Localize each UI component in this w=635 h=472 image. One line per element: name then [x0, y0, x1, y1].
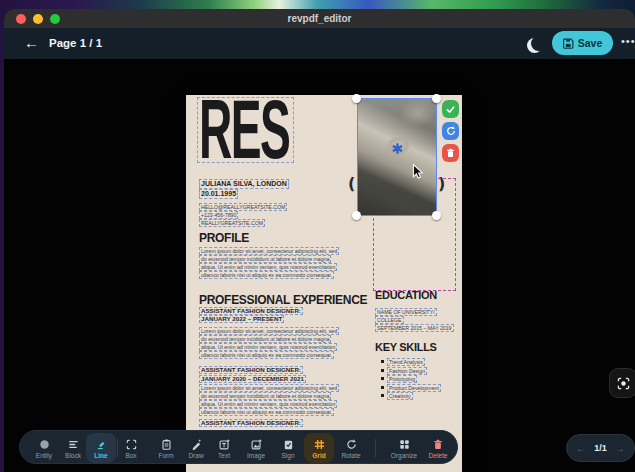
experience-heading: PROFESSIONAL EXPERIENCE: [199, 293, 367, 307]
skill-item[interactable]: Prototyping: [387, 375, 417, 383]
selection-handle-bottom-right[interactable]: [432, 211, 441, 220]
box-select-icon: [126, 438, 137, 451]
grid-icon: [314, 438, 325, 451]
decor-paren-open: (: [348, 174, 355, 193]
app-window: revpdf_editor ← Page 1 / 1 Save ••• RES …: [4, 9, 635, 472]
resume-birthdate[interactable]: 20.01.1995: [199, 189, 238, 199]
selection-handle-top-right[interactable]: [432, 94, 441, 103]
app-header: ← Page 1 / 1 Save •••: [4, 28, 635, 59]
selected-photo[interactable]: [357, 98, 437, 216]
page-title: Page 1 / 1: [49, 37, 102, 49]
experience-role[interactable]: ASSISTANT FASHION DESIGNER:: [199, 366, 303, 374]
skill-item[interactable]: Trend Analysis: [387, 358, 425, 366]
back-arrow-icon[interactable]: ←: [24, 34, 39, 51]
resume-title-block[interactable]: RES: [197, 97, 294, 163]
tool-form[interactable]: Form: [149, 433, 183, 463]
draw-pen-icon: [191, 438, 202, 451]
tool-image[interactable]: Image: [239, 433, 273, 463]
tool-block[interactable]: Block: [56, 433, 90, 463]
page-navigation: ← 1/1 →: [566, 434, 635, 462]
tool-text[interactable]: Text: [207, 433, 241, 463]
experience-line[interactable]: ullamco laboris nisi ut aliquip ex ea co…: [199, 408, 334, 416]
resume-website[interactable]: REALLYGREATSITE.COM: [199, 219, 265, 227]
delete-image-button[interactable]: [442, 144, 459, 162]
profile-heading: PROFILE: [199, 231, 249, 245]
confirm-check-button[interactable]: [442, 100, 459, 118]
traffic-lights: [16, 14, 60, 24]
skill-bullet: [381, 369, 384, 372]
block-lines-icon: [68, 438, 79, 451]
save-button-label: Save: [578, 37, 603, 49]
delete-trash-icon: [433, 438, 443, 451]
experience-line[interactable]: ullamco laboris nisi ut aliquip ex ea co…: [199, 351, 334, 359]
skill-bullet: [381, 394, 384, 397]
education-heading: EDUCATION: [375, 289, 437, 301]
resume-name[interactable]: JULIANA SILVA, LONDON: [199, 179, 289, 189]
zoom-window-button[interactable]: [50, 14, 60, 24]
selection-handle-bottom-left[interactable]: [352, 211, 361, 220]
prev-page-button[interactable]: ←: [576, 443, 586, 454]
tool-sign[interactable]: Sign: [271, 433, 305, 463]
tool-line[interactable]: Line: [86, 433, 116, 463]
experience-dates[interactable]: JANUARY 2022 – PRESENT: [199, 315, 284, 323]
skill-bullet: [381, 360, 384, 363]
selection-handle-top-left[interactable]: [352, 94, 361, 103]
sign-check-icon: [283, 438, 294, 451]
text-insert-icon: [219, 438, 230, 451]
focus-crosshair-icon: [617, 377, 630, 390]
window-title: revpdf_editor: [4, 9, 635, 28]
line-highlight-icon: [96, 438, 107, 451]
skill-bullet: [381, 386, 384, 389]
rotate-image-button[interactable]: [442, 122, 459, 140]
save-button[interactable]: Save: [552, 31, 613, 55]
experience-dates[interactable]: JANUARY 2020 – DECEMBER 2021: [199, 375, 306, 383]
editor-canvas[interactable]: RES JULIANA SILVA, LONDON 20.01.1995 HEL…: [4, 59, 635, 472]
image-insert-icon: [251, 438, 262, 451]
resume-title: RES: [199, 87, 289, 171]
more-options-button[interactable]: •••: [621, 35, 635, 47]
page-indicator: 1/1: [594, 443, 607, 453]
trash-icon: [446, 148, 455, 158]
tool-delete[interactable]: Delete: [419, 433, 457, 463]
tool-box[interactable]: Box: [114, 433, 148, 463]
entity-circle-icon: [39, 438, 50, 451]
moon-dark-mode-icon[interactable]: [531, 36, 546, 51]
profile-line[interactable]: ullamco laboris nisi ut aliquip ex ea co…: [199, 271, 334, 279]
rotate-icon: [446, 126, 456, 136]
skill-bullet: [381, 377, 384, 380]
focus-view-button[interactable]: [609, 368, 635, 398]
close-window-button[interactable]: [16, 14, 26, 24]
tool-grid[interactable]: Grid: [304, 433, 334, 463]
bottom-toolbar: Entity Block Line: [19, 430, 458, 464]
window-titlebar[interactable]: revpdf_editor: [4, 9, 635, 28]
form-clipboard-icon: [161, 438, 172, 451]
check-icon: [446, 105, 455, 114]
document-page[interactable]: RES JULIANA SILVA, LONDON 20.01.1995 HEL…: [186, 95, 462, 472]
experience-role[interactable]: ASSISTANT FASHION DESIGNER:: [199, 419, 303, 427]
next-page-button[interactable]: →: [615, 443, 625, 454]
blue-asterisk-decor: [392, 143, 403, 154]
tool-rotate[interactable]: Rotate: [334, 433, 368, 463]
minimize-window-button[interactable]: [33, 14, 43, 24]
mouse-cursor: [412, 164, 424, 179]
save-floppy-icon: [563, 38, 574, 49]
education-line[interactable]: SEPTEMBER 2015 – MAY 2019: [375, 324, 454, 332]
rotate-icon: [346, 438, 357, 451]
skills-heading: KEY SKILLS: [375, 341, 437, 353]
organize-icon: [399, 438, 410, 451]
skill-item[interactable]: Creativity: [387, 392, 413, 400]
toolbar-divider: [375, 439, 376, 457]
